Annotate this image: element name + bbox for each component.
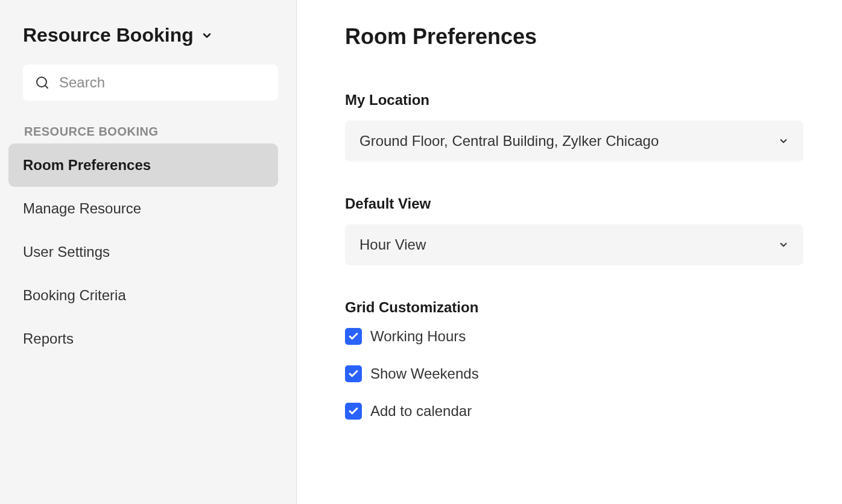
page-title: Room Preferences: [345, 24, 806, 49]
sidebar-nav: Room Preferences Manage Resource User Se…: [8, 143, 278, 361]
chevron-down-icon: [201, 30, 213, 42]
check-icon: [348, 368, 359, 379]
checkbox-box: [345, 403, 362, 420]
checkbox-label: Working Hours: [370, 328, 466, 345]
search-input[interactable]: [59, 74, 266, 91]
sidebar-item-booking-criteria[interactable]: Booking Criteria: [8, 274, 278, 317]
checkbox-label: Show Weekends: [370, 365, 479, 382]
grid-customization-group: Grid Customization Working Hours Show We…: [345, 299, 806, 420]
grid-customization-label: Grid Customization: [345, 299, 806, 316]
sidebar-title-text: Resource Booking: [23, 24, 194, 46]
default-view-value: Hour View: [359, 236, 426, 253]
sidebar-item-reports[interactable]: Reports: [8, 317, 278, 361]
checkbox-box: [345, 328, 362, 345]
sidebar-section-label: RESOURCE BOOKING: [23, 125, 278, 139]
search-box[interactable]: [23, 65, 278, 101]
default-view-group: Default View Hour View: [345, 195, 806, 265]
sidebar: Resource Booking RESOURCE BOOKING Room P…: [0, 0, 297, 504]
main-content: Room Preferences My Location Ground Floo…: [297, 0, 842, 504]
check-icon: [348, 406, 359, 417]
chevron-down-icon: [778, 239, 789, 250]
my-location-label: My Location: [345, 92, 806, 109]
search-icon: [35, 75, 49, 90]
check-icon: [348, 331, 359, 342]
svg-line-1: [45, 86, 48, 88]
default-view-label: Default View: [345, 195, 806, 212]
sidebar-item-user-settings[interactable]: User Settings: [8, 230, 278, 274]
checkbox-show-weekends[interactable]: Show Weekends: [345, 365, 806, 382]
checkbox-working-hours[interactable]: Working Hours: [345, 328, 806, 345]
sidebar-title-dropdown[interactable]: Resource Booking: [23, 24, 278, 46]
checkbox-box: [345, 365, 362, 382]
default-view-select[interactable]: Hour View: [345, 224, 803, 265]
checkbox-label: Add to calendar: [370, 403, 472, 420]
my-location-value: Ground Floor, Central Building, Zylker C…: [359, 133, 659, 150]
my-location-group: My Location Ground Floor, Central Buildi…: [345, 92, 806, 162]
sidebar-item-room-preferences[interactable]: Room Preferences: [8, 143, 278, 187]
chevron-down-icon: [778, 136, 789, 146]
sidebar-item-manage-resource[interactable]: Manage Resource: [8, 187, 278, 230]
checkbox-add-to-calendar[interactable]: Add to calendar: [345, 403, 806, 420]
my-location-select[interactable]: Ground Floor, Central Building, Zylker C…: [345, 121, 803, 162]
